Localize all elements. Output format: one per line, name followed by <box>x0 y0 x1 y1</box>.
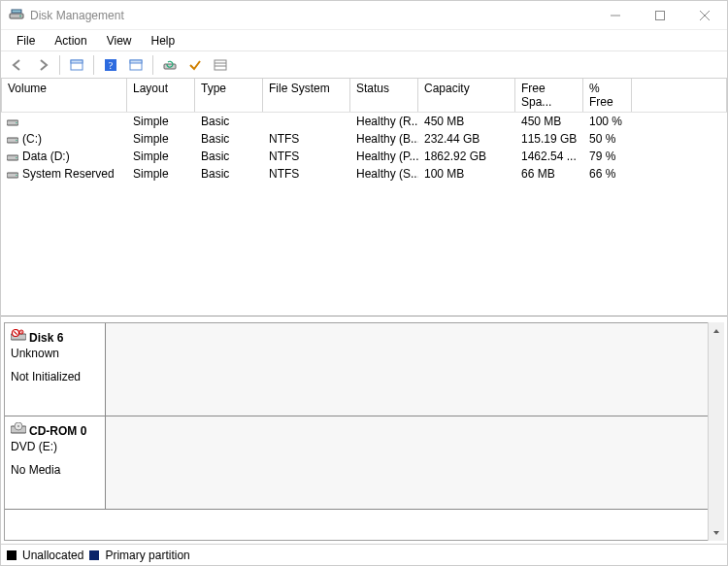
disk-volume-area[interactable] <box>106 323 708 416</box>
volume-filesystem: NTFS <box>263 166 350 182</box>
disk-icon <box>11 329 26 346</box>
svg-point-20 <box>16 140 17 142</box>
volume-pctfree: 66 % <box>583 166 632 182</box>
toolbar-show-hide-button[interactable] <box>66 54 87 76</box>
column-header-status[interactable]: Status <box>350 79 418 112</box>
volume-type: Basic <box>195 114 263 129</box>
volume-row[interactable]: (C:)SimpleBasicNTFSHealthy (B...232.44 G… <box>1 130 727 148</box>
toolbar: ? <box>1 51 727 79</box>
svg-point-24 <box>16 175 17 177</box>
svg-point-18 <box>16 122 17 124</box>
disk-title: CD-ROM 0 <box>29 424 86 438</box>
disk-layout-pane: Disk 6UnknownNot InitializedCD-ROM 0DVD … <box>1 316 727 544</box>
toolbar-view-button[interactable] <box>125 54 147 76</box>
column-header-filesystem[interactable]: File System <box>263 79 350 112</box>
volume-filesystem: NTFS <box>263 149 350 164</box>
svg-point-1 <box>19 15 21 17</box>
volume-layout: Simple <box>127 114 195 129</box>
maximize-button[interactable] <box>638 1 682 29</box>
disk-area: Disk 6UnknownNot InitializedCD-ROM 0DVD … <box>4 322 708 541</box>
svg-rect-14 <box>215 60 226 70</box>
volume-type: Basic <box>195 131 263 147</box>
toolbar-help-button[interactable]: ? <box>100 54 121 76</box>
drive-icon <box>7 117 18 126</box>
volume-freespace: 450 MB <box>515 114 583 129</box>
volume-type: Basic <box>195 166 263 182</box>
title-bar: Disk Management <box>1 1 727 30</box>
volume-row[interactable]: Data (D:)SimpleBasicNTFSHealthy (P...186… <box>1 148 727 165</box>
nav-forward-button[interactable] <box>32 54 53 76</box>
menu-help[interactable]: Help <box>142 32 185 50</box>
menu-bar: File Action View Help <box>1 30 727 51</box>
vertical-scrollbar[interactable] <box>708 322 724 541</box>
volume-status: Healthy (R... <box>350 114 418 129</box>
volume-status: Healthy (S... <box>350 166 418 182</box>
volume-name: System Reserved <box>22 167 115 181</box>
svg-rect-13 <box>164 64 176 69</box>
scroll-up-icon[interactable] <box>709 322 724 339</box>
disk-row[interactable]: Disk 6UnknownNot Initialized <box>5 323 708 416</box>
svg-rect-2 <box>12 10 21 13</box>
nav-back-button[interactable] <box>7 54 28 76</box>
menu-action[interactable]: Action <box>45 32 96 50</box>
disk-type: DVD (E:) <box>11 440 99 453</box>
window-title: Disk Management <box>30 9 124 22</box>
scroll-down-icon[interactable] <box>709 524 724 541</box>
volume-capacity: 1862.92 GB <box>418 149 515 164</box>
volume-status: Healthy (P... <box>350 149 418 164</box>
volume-capacity: 450 MB <box>418 114 515 129</box>
disk-status: No Media <box>11 463 99 477</box>
volume-freespace: 115.19 GB <box>515 131 583 147</box>
disk-info-cell[interactable]: Disk 6UnknownNot Initialized <box>5 323 106 416</box>
column-header-freespace[interactable]: Free Spa... <box>515 79 583 112</box>
legend-label-primary: Primary partition <box>105 549 189 562</box>
column-header-layout[interactable]: Layout <box>127 79 195 112</box>
volume-filesystem: NTFS <box>263 131 350 147</box>
volume-list-header: Volume Layout Type File System Status Ca… <box>1 79 727 113</box>
disk-icon <box>11 422 26 439</box>
minimize-button[interactable] <box>593 1 638 29</box>
column-header-type[interactable]: Type <box>195 79 263 112</box>
volume-pctfree: 79 % <box>583 149 632 164</box>
app-icon <box>9 8 24 23</box>
volume-capacity: 100 MB <box>418 166 515 182</box>
volume-freespace: 1462.54 ... <box>515 149 583 164</box>
volume-status: Healthy (B... <box>350 131 418 147</box>
svg-point-22 <box>16 157 17 159</box>
column-header-capacity[interactable]: Capacity <box>418 79 515 112</box>
drive-icon <box>7 134 18 144</box>
menu-view[interactable]: View <box>97 32 142 50</box>
column-header-volume[interactable]: Volume <box>1 79 127 112</box>
volume-row[interactable]: SimpleBasicHealthy (R...450 MB450 MB100 … <box>1 113 727 130</box>
volume-filesystem <box>263 114 350 129</box>
volume-layout: Simple <box>127 166 195 182</box>
svg-text:?: ? <box>109 60 114 71</box>
disk-info-cell[interactable]: CD-ROM 0DVD (E:)No Media <box>5 416 106 510</box>
volume-name: (C:) <box>22 132 42 146</box>
toolbar-apply-button[interactable] <box>184 54 206 76</box>
volume-row[interactable]: System ReservedSimpleBasicNTFSHealthy (S… <box>1 165 727 183</box>
volume-capacity: 232.44 GB <box>418 131 515 147</box>
volume-type: Basic <box>195 149 263 164</box>
volume-freespace: 66 MB <box>515 166 583 182</box>
disk-row[interactable]: CD-ROM 0DVD (E:)No Media <box>5 416 708 510</box>
legend-swatch-primary <box>89 550 99 560</box>
volume-pctfree: 50 % <box>583 131 632 147</box>
drive-icon <box>7 169 18 179</box>
volume-rows: SimpleBasicHealthy (R...450 MB450 MB100 … <box>1 113 727 316</box>
legend-swatch-unallocated <box>7 550 17 560</box>
volume-pctfree: 100 % <box>583 114 632 129</box>
column-header-spacer <box>632 79 727 112</box>
close-button[interactable] <box>682 1 727 29</box>
column-header-pctfree[interactable]: % Free <box>583 79 632 112</box>
menu-file[interactable]: File <box>7 32 45 50</box>
toolbar-list-button[interactable] <box>210 54 231 76</box>
volume-layout: Simple <box>127 131 195 147</box>
legend-bar: Unallocated Primary partition <box>1 544 727 565</box>
toolbar-refresh-button[interactable] <box>159 54 181 76</box>
svg-rect-12 <box>130 60 142 63</box>
disk-title: Disk 6 <box>29 331 63 345</box>
disk-status: Not Initialized <box>11 370 99 383</box>
disk-volume-area[interactable] <box>106 416 708 510</box>
volume-layout: Simple <box>127 149 195 164</box>
